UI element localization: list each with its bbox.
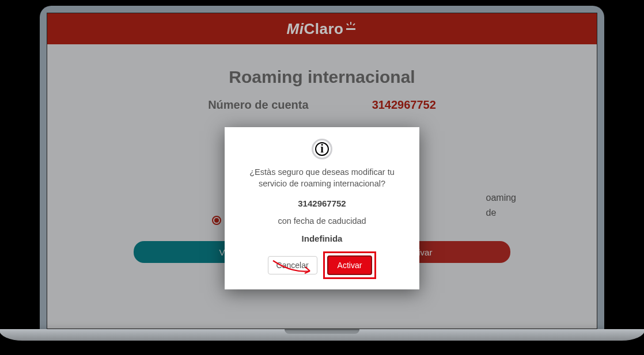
hint-line-1: oaming bbox=[486, 190, 516, 205]
app-header: Mi Claro bbox=[47, 13, 597, 44]
logo-mi: Mi bbox=[287, 20, 304, 38]
logo-accent-icon bbox=[344, 21, 357, 37]
info-icon bbox=[312, 139, 332, 159]
svg-rect-3 bbox=[346, 28, 355, 30]
laptop-notch bbox=[285, 329, 359, 334]
confirm-modal: ¿Estàs seguro que deseas modificar tu se… bbox=[225, 127, 419, 289]
roaming-hint: oaming de bbox=[486, 190, 516, 220]
radio-icon bbox=[212, 216, 221, 225]
logo-claro: Claro bbox=[304, 20, 343, 38]
laptop-mockup: Mi Claro Roaming internacional bbox=[40, 6, 604, 341]
account-label: Número de cuenta bbox=[208, 98, 308, 112]
hint-line-2: de bbox=[486, 205, 516, 220]
svg-line-2 bbox=[353, 24, 355, 25]
modal-phone: 3142967752 bbox=[236, 199, 408, 208]
account-number: 3142967752 bbox=[372, 98, 436, 112]
page-title: Roaming internacional bbox=[47, 67, 597, 87]
cancel-button[interactable]: Cancelar bbox=[268, 256, 317, 274]
modal-button-row: Cancelar Activar bbox=[236, 251, 408, 279]
modal-expiry-label: con fecha de caducidad bbox=[236, 216, 408, 226]
laptop-base bbox=[0, 329, 644, 341]
modal-prompt: ¿Estàs seguro que deseas modificar tu se… bbox=[236, 166, 408, 189]
svg-line-1 bbox=[347, 24, 348, 25]
screen: Mi Claro Roaming internacional bbox=[47, 13, 597, 329]
mi-claro-logo: Mi Claro bbox=[287, 20, 358, 38]
activar-highlight: Activar bbox=[323, 251, 377, 279]
laptop-bezel: Mi Claro Roaming internacional bbox=[40, 6, 604, 329]
activar-button[interactable]: Activar bbox=[327, 255, 373, 275]
account-row: Número de cuenta 3142967752 bbox=[47, 98, 597, 112]
modal-expiry-value: Indefinida bbox=[236, 234, 408, 243]
